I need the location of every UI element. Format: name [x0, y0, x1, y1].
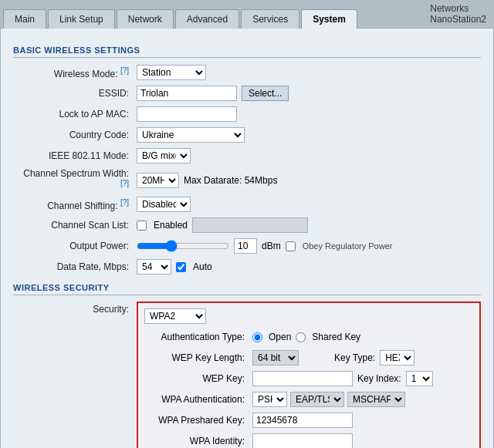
wep-key-length-label: WEP Key Length:: [144, 352, 252, 363]
lock-ap-mac-label: Lock to AP MAC:: [13, 109, 137, 120]
channel-spectrum-label: Channel Spectrum Width: [?]: [13, 168, 137, 192]
main-content: BASIC WIRELESS SETTINGS Wireless Mode: […: [0, 28, 494, 448]
obey-regulatory-label: Obey Regulatory Power: [303, 241, 393, 251]
wpa-preshared-control: [252, 413, 353, 428]
country-code-row: Country Code: Ukraine United States Germ…: [13, 126, 481, 143]
data-rate-control: 54 48 36 24 18 12 9 6 Auto: [137, 259, 481, 275]
tab-bar: Main Link Setup Network Advanced Service…: [3, 8, 357, 28]
key-type-select[interactable]: HEX ASCII: [380, 350, 414, 365]
wpa-preshared-input[interactable]: [252, 413, 353, 428]
country-code-select[interactable]: Ukraine United States Germany France: [137, 127, 245, 143]
wep-key-length-control: 64 bit 128 bit Key Type: HEX ASCII: [252, 350, 414, 365]
wpa-auth-control: PSK EAP EAP/TLS PEAP TTLS MSCHAPV2 GTC: [252, 392, 405, 407]
wpa-identity-label: WPA Identity:: [144, 436, 252, 446]
essid-input[interactable]: [137, 86, 237, 101]
channel-shifting-label: Channel Shifting: [?]: [13, 198, 137, 211]
brand-label: Networks: [430, 3, 469, 14]
auto-label: Auto: [193, 261, 212, 272]
tab-main[interactable]: Main: [3, 9, 46, 29]
country-code-label: Country Code:: [13, 130, 137, 140]
wpa-identity-row: WPA Identity:: [144, 433, 473, 448]
basic-wireless-section-title: BASIC WIRELESS SETTINGS: [13, 45, 481, 58]
tab-link-setup[interactable]: Link Setup: [48, 9, 115, 29]
max-datarate-label: Max Datarate: 54Mbps: [184, 175, 277, 186]
auth-shared-radio[interactable]: [296, 332, 306, 342]
obey-regulatory-checkbox[interactable]: [286, 241, 296, 251]
security-content: None WEP WPA WPA2 Authentication Type: O…: [137, 301, 481, 448]
data-rate-select[interactable]: 54 48 36 24 18 12 9 6: [137, 259, 171, 275]
wpa-preshared-label: WPA Preshared Key:: [144, 415, 252, 426]
ieee-mode-control: B/G mixed B only G only N only: [137, 148, 481, 163]
security-label: Security:: [13, 301, 137, 315]
lock-ap-mac-control: [137, 106, 481, 122]
top-nav: Main Link Setup Network Advanced Service…: [0, 0, 494, 28]
wep-key-row: WEP Key: Key Index: 1 2 3 4: [144, 370, 473, 387]
channel-scan-row: Channel Scan List: Enabled: [13, 217, 481, 234]
output-power-input[interactable]: [234, 238, 257, 254]
channel-spectrum-select[interactable]: 20MHz 40MHz: [137, 173, 179, 188]
wep-key-length-row: WEP Key Length: 64 bit 128 bit Key Type:…: [144, 349, 473, 366]
device-name: Networks NanoStation2: [430, 3, 491, 28]
channel-spectrum-row: Channel Spectrum Width: [?] 20MHz 40MHz …: [13, 168, 481, 192]
ieee-mode-label: IEEE 802.11 Mode:: [13, 150, 137, 161]
key-index-label: Key Index:: [357, 373, 401, 384]
mschapv2-select[interactable]: MSCHAPV2 GTC: [347, 392, 405, 407]
country-code-control: Ukraine United States Germany France: [137, 127, 481, 143]
channel-scan-control: Enabled: [137, 217, 481, 233]
ieee-mode-row: IEEE 802.11 Mode: B/G mixed B only G onl…: [13, 147, 481, 164]
wireless-mode-row: Wireless Mode: [?] Station Access Point …: [13, 64, 481, 81]
auth-open-radio[interactable]: [252, 332, 262, 342]
wpa-identity-input[interactable]: [252, 433, 353, 448]
channel-shifting-select[interactable]: Disabled Enabled: [137, 197, 191, 212]
wep-key-length-select[interactable]: 64 bit 128 bit: [252, 350, 299, 365]
tab-system[interactable]: System: [301, 9, 357, 29]
channel-spectrum-footnote[interactable]: [?]: [120, 179, 129, 187]
output-power-control: dBm Obey Regulatory Power: [137, 238, 481, 254]
output-power-unit: dBm: [262, 241, 281, 251]
channel-scan-input[interactable]: [192, 217, 308, 233]
data-rate-label: Data Rate, Mbps:: [13, 261, 137, 272]
channel-scan-label: Channel Scan List:: [13, 220, 137, 231]
output-power-row: Output Power: dBm Obey Regulatory Power: [13, 237, 481, 254]
essid-select-button[interactable]: Select...: [242, 86, 289, 101]
tab-services[interactable]: Services: [241, 9, 299, 29]
wireless-mode-label: Wireless Mode: [?]: [13, 66, 137, 79]
essid-control: Select...: [137, 86, 481, 101]
wep-key-input[interactable]: [252, 371, 353, 386]
wpa-auth-2-select[interactable]: EAP/TLS PEAP TTLS: [290, 392, 344, 407]
output-power-slider[interactable]: [137, 240, 229, 252]
security-select[interactable]: None WEP WPA WPA2: [144, 308, 206, 324]
security-section-row: Security: None WEP WPA WPA2 Authenticati…: [13, 301, 481, 448]
wpa-identity-control: [252, 433, 353, 448]
key-type-label: Key Type:: [334, 352, 375, 363]
wireless-mode-control: Station Access Point WDS Station WDS AP: [137, 65, 481, 80]
ieee-mode-select[interactable]: B/G mixed B only G only N only: [137, 148, 191, 163]
lock-ap-mac-row: Lock to AP MAC:: [13, 106, 481, 123]
essid-label: ESSID:: [13, 88, 137, 99]
lock-ap-mac-input[interactable]: [137, 106, 237, 122]
output-power-label: Output Power:: [13, 241, 137, 251]
auth-type-row: Authentication Type: Open Shared Key: [144, 328, 473, 345]
auth-shared-label: Shared Key: [312, 332, 360, 342]
auth-type-label: Authentication Type:: [144, 332, 252, 342]
wep-key-label: WEP Key:: [144, 373, 252, 384]
wpa-auth-label: WPA Authentication:: [144, 394, 252, 405]
channel-spectrum-control: 20MHz 40MHz Max Datarate: 54Mbps: [137, 173, 481, 188]
channel-shifting-footnote[interactable]: [?]: [120, 198, 129, 207]
wireless-mode-select[interactable]: Station Access Point WDS Station WDS AP: [137, 65, 206, 80]
channel-scan-enabled-label: Enabled: [154, 220, 188, 231]
wpa-auth-select[interactable]: PSK EAP: [252, 392, 287, 407]
wpa-preshared-row: WPA Preshared Key:: [144, 412, 473, 429]
channel-shifting-control: Disabled Enabled: [137, 197, 481, 212]
tab-network[interactable]: Network: [117, 9, 174, 29]
security-type-row: None WEP WPA WPA2: [144, 308, 473, 325]
auth-open-label: Open: [269, 332, 291, 342]
tab-advanced[interactable]: Advanced: [175, 9, 239, 29]
key-index-select[interactable]: 1 2 3 4: [406, 371, 433, 386]
security-box: None WEP WPA WPA2 Authentication Type: O…: [137, 301, 481, 448]
auto-checkbox[interactable]: [176, 262, 186, 272]
channel-scan-checkbox[interactable]: [137, 221, 147, 231]
wireless-mode-footnote[interactable]: [?]: [120, 66, 129, 75]
data-rate-row: Data Rate, Mbps: 54 48 36 24 18 12 9 6 A…: [13, 258, 481, 275]
auth-type-control: Open Shared Key: [252, 332, 360, 342]
